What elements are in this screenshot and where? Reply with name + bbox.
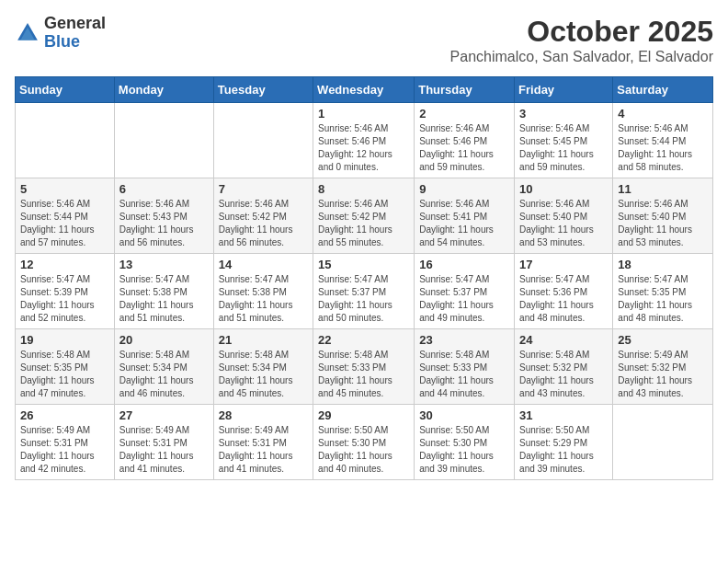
daylight-text: Daylight: 12 hours and 0 minutes. [318, 149, 392, 172]
sunrise-text: Sunrise: 5:48 AM [419, 350, 489, 360]
calendar-cell: 6Sunrise: 5:46 AMSunset: 5:43 PMDaylight… [114, 178, 213, 254]
sunrise-text: Sunrise: 5:48 AM [119, 350, 189, 360]
day-info: Sunrise: 5:46 AMSunset: 5:41 PMDaylight:… [419, 198, 509, 249]
sunset-text: Sunset: 5:44 PM [20, 212, 88, 222]
sunrise-text: Sunrise: 5:46 AM [519, 123, 589, 133]
daylight-text: Daylight: 11 hours and 58 minutes. [618, 149, 692, 172]
day-number: 23 [419, 333, 509, 347]
day-info: Sunrise: 5:48 AMSunset: 5:35 PMDaylight:… [20, 349, 109, 400]
day-info: Sunrise: 5:48 AMSunset: 5:34 PMDaylight:… [119, 349, 209, 400]
day-info: Sunrise: 5:48 AMSunset: 5:32 PMDaylight:… [519, 349, 608, 400]
day-info: Sunrise: 5:46 AMSunset: 5:40 PMDaylight:… [519, 198, 608, 249]
sunrise-text: Sunrise: 5:47 AM [119, 274, 189, 284]
day-number: 13 [119, 258, 209, 271]
sunrise-text: Sunrise: 5:50 AM [318, 425, 388, 435]
calendar-cell: 9Sunrise: 5:46 AMSunset: 5:41 PMDaylight… [415, 178, 515, 254]
daylight-text: Daylight: 11 hours and 46 minutes. [119, 375, 194, 398]
daylight-text: Daylight: 11 hours and 53 minutes. [618, 224, 692, 247]
week-row-2: 12Sunrise: 5:47 AMSunset: 5:39 PMDayligh… [16, 254, 713, 329]
day-number: 25 [618, 333, 708, 347]
day-number: 9 [419, 182, 509, 196]
daylight-text: Daylight: 11 hours and 43 minutes. [618, 375, 692, 398]
daylight-text: Daylight: 11 hours and 59 minutes. [419, 149, 494, 172]
sunrise-text: Sunrise: 5:47 AM [20, 274, 90, 284]
sunrise-text: Sunrise: 5:46 AM [318, 123, 388, 133]
sunrise-text: Sunrise: 5:48 AM [20, 350, 90, 360]
day-number: 29 [318, 408, 409, 422]
day-number: 20 [119, 333, 209, 347]
daylight-text: Daylight: 11 hours and 47 minutes. [20, 375, 95, 398]
daylight-text: Daylight: 11 hours and 50 minutes. [318, 300, 392, 323]
calendar-cell: 3Sunrise: 5:46 AMSunset: 5:45 PMDaylight… [515, 103, 613, 178]
sunset-text: Sunset: 5:36 PM [519, 287, 587, 297]
daylight-text: Daylight: 11 hours and 40 minutes. [318, 451, 392, 474]
logo-text: General Blue [44, 15, 106, 52]
daylight-text: Daylight: 11 hours and 41 minutes. [119, 451, 194, 474]
sunset-text: Sunset: 5:44 PM [618, 136, 686, 146]
logo: General Blue [15, 15, 106, 52]
day-info: Sunrise: 5:47 AMSunset: 5:37 PMDaylight:… [318, 273, 409, 325]
location-title: Panchimalco, San Salvador, El Salvador [450, 49, 713, 65]
logo-blue-text: Blue [44, 33, 106, 52]
sunset-text: Sunset: 5:32 PM [618, 362, 686, 373]
day-number: 27 [119, 408, 209, 422]
calendar-cell: 20Sunrise: 5:48 AMSunset: 5:34 PMDayligh… [114, 329, 213, 405]
sunrise-text: Sunrise: 5:46 AM [618, 199, 688, 209]
calendar-cell: 21Sunrise: 5:48 AMSunset: 5:34 PMDayligh… [213, 329, 313, 405]
day-info: Sunrise: 5:49 AMSunset: 5:31 PMDaylight:… [119, 424, 209, 476]
sunrise-text: Sunrise: 5:49 AM [219, 425, 289, 435]
sunset-text: Sunset: 5:39 PM [20, 287, 88, 297]
calendar-cell: 23Sunrise: 5:48 AMSunset: 5:33 PMDayligh… [415, 329, 515, 405]
day-info: Sunrise: 5:46 AMSunset: 5:46 PMDaylight:… [419, 122, 509, 174]
day-info: Sunrise: 5:46 AMSunset: 5:42 PMDaylight:… [219, 198, 308, 249]
day-number: 14 [219, 258, 308, 271]
weekday-header-monday: Monday [114, 77, 213, 103]
sunrise-text: Sunrise: 5:50 AM [419, 425, 489, 435]
sunrise-text: Sunrise: 5:47 AM [318, 274, 388, 284]
day-info: Sunrise: 5:48 AMSunset: 5:33 PMDaylight:… [419, 349, 509, 400]
sunset-text: Sunset: 5:37 PM [318, 287, 386, 297]
day-info: Sunrise: 5:48 AMSunset: 5:34 PMDaylight:… [219, 349, 308, 400]
calendar-cell: 26Sunrise: 5:49 AMSunset: 5:31 PMDayligh… [16, 405, 115, 480]
daylight-text: Daylight: 11 hours and 44 minutes. [419, 375, 494, 398]
sunset-text: Sunset: 5:42 PM [219, 212, 287, 222]
day-number: 22 [318, 333, 409, 347]
daylight-text: Daylight: 11 hours and 48 minutes. [618, 300, 692, 323]
day-info: Sunrise: 5:46 AMSunset: 5:44 PMDaylight:… [20, 198, 109, 249]
calendar-cell: 4Sunrise: 5:46 AMSunset: 5:44 PMDaylight… [613, 103, 713, 178]
day-number: 17 [519, 258, 608, 271]
daylight-text: Daylight: 11 hours and 39 minutes. [519, 451, 594, 474]
sunset-text: Sunset: 5:33 PM [318, 362, 386, 373]
calendar-cell: 12Sunrise: 5:47 AMSunset: 5:39 PMDayligh… [16, 254, 115, 329]
sunset-text: Sunset: 5:38 PM [119, 287, 188, 297]
day-info: Sunrise: 5:48 AMSunset: 5:33 PMDaylight:… [318, 349, 409, 400]
sunset-text: Sunset: 5:42 PM [318, 212, 386, 222]
calendar-cell [613, 405, 713, 480]
day-number: 7 [219, 182, 308, 196]
daylight-text: Daylight: 11 hours and 54 minutes. [419, 224, 494, 247]
day-info: Sunrise: 5:50 AMSunset: 5:30 PMDaylight:… [318, 424, 409, 476]
sunset-text: Sunset: 5:45 PM [519, 136, 587, 146]
calendar-cell: 25Sunrise: 5:49 AMSunset: 5:32 PMDayligh… [613, 329, 713, 405]
sunset-text: Sunset: 5:40 PM [519, 212, 587, 222]
daylight-text: Daylight: 11 hours and 59 minutes. [519, 149, 594, 172]
daylight-text: Daylight: 11 hours and 56 minutes. [219, 224, 293, 247]
sunset-text: Sunset: 5:40 PM [618, 212, 686, 222]
sunrise-text: Sunrise: 5:48 AM [219, 350, 289, 360]
daylight-text: Daylight: 11 hours and 56 minutes. [119, 224, 194, 247]
calendar-cell: 8Sunrise: 5:46 AMSunset: 5:42 PMDaylight… [313, 178, 415, 254]
calendar-table: SundayMondayTuesdayWednesdayThursdayFrid… [15, 76, 713, 480]
daylight-text: Daylight: 11 hours and 41 minutes. [219, 451, 293, 474]
calendar-cell: 22Sunrise: 5:48 AMSunset: 5:33 PMDayligh… [313, 329, 415, 405]
sunset-text: Sunset: 5:33 PM [419, 362, 487, 373]
day-number: 19 [20, 333, 109, 347]
daylight-text: Daylight: 11 hours and 48 minutes. [519, 300, 594, 323]
weekday-header-sunday: Sunday [16, 77, 115, 103]
weekday-header-saturday: Saturday [613, 77, 713, 103]
calendar-cell [16, 103, 115, 178]
sunset-text: Sunset: 5:46 PM [318, 136, 386, 146]
calendar-cell: 14Sunrise: 5:47 AMSunset: 5:38 PMDayligh… [213, 254, 313, 329]
day-info: Sunrise: 5:46 AMSunset: 5:42 PMDaylight:… [318, 198, 409, 249]
day-info: Sunrise: 5:47 AMSunset: 5:38 PMDaylight:… [119, 273, 209, 325]
sunrise-text: Sunrise: 5:46 AM [20, 199, 90, 209]
